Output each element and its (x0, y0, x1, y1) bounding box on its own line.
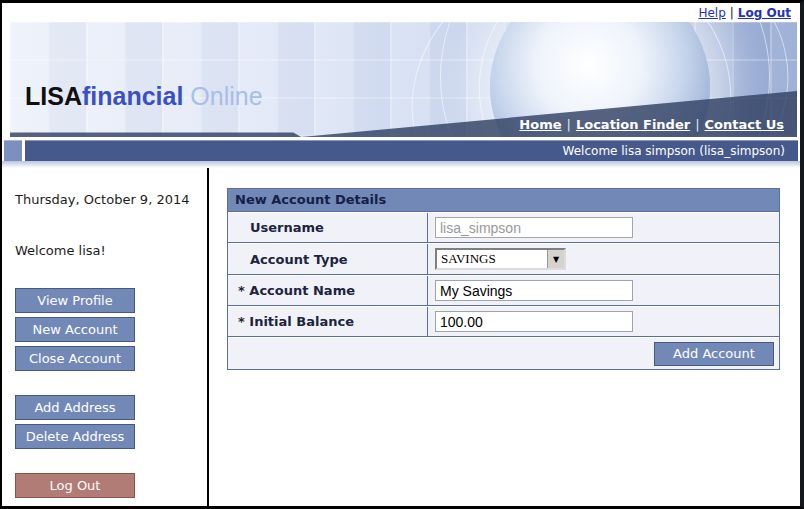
welcome-bar: Welcome lisa simpson (lisa_simpson) (2, 140, 800, 161)
top-links-separator: | (730, 6, 734, 20)
account-type-cell: SAVINGS ▼ (428, 244, 779, 274)
header-banner: LISAfinancial Online Home|Location Finde… (10, 22, 797, 137)
sidebar-date: Thursday, October 9, 2014 (15, 192, 207, 207)
welcome-bar-accent-square (4, 140, 22, 161)
nav-link-home[interactable]: Home (519, 117, 561, 132)
add-account-button[interactable]: Add Account (654, 342, 774, 366)
account-name-cell (428, 276, 779, 305)
main-nav: Home|Location Finder|Contact Us (519, 117, 784, 132)
form-title: New Account Details (228, 189, 779, 212)
new-account-button[interactable]: New Account (15, 317, 135, 342)
username-cell (428, 213, 779, 242)
account-name-label: * Account Name (228, 276, 428, 305)
username-label: Username (228, 213, 428, 242)
sidebar-button-group-accounts: View Profile New Account Close Account A… (15, 288, 207, 498)
initial-balance-label: * Initial Balance (228, 307, 428, 336)
logo-part-financial: financial (82, 82, 183, 110)
account-type-selected-value: SAVINGS (437, 250, 547, 268)
nav-link-contact-us[interactable]: Contact Us (705, 117, 784, 132)
account-type-label: Account Type (228, 244, 428, 274)
initial-balance-row: * Initial Balance (228, 306, 779, 337)
sidebar-greeting: Welcome lisa! (15, 243, 207, 258)
content-top-fade (2, 161, 800, 168)
chevron-down-icon[interactable]: ▼ (547, 250, 564, 268)
username-field[interactable] (435, 217, 633, 238)
logout-link[interactable]: Log Out (738, 6, 791, 20)
initial-balance-cell (428, 307, 779, 336)
account-name-field[interactable] (435, 280, 633, 301)
new-account-form: New Account Details Username Account Typ… (227, 188, 780, 370)
nav-link-location-finder[interactable]: Location Finder (576, 117, 690, 132)
logo-part-lisa: LISA (25, 82, 82, 110)
main-content: New Account Details Username Account Typ… (209, 168, 800, 506)
nav-separator: | (567, 117, 571, 132)
sidebar: Thursday, October 9, 2014 Welcome lisa! … (2, 168, 207, 506)
add-address-button[interactable]: Add Address (15, 395, 135, 420)
content-area: Thursday, October 9, 2014 Welcome lisa! … (2, 168, 800, 506)
nav-separator: | (695, 117, 699, 132)
account-name-row: * Account Name (228, 275, 779, 306)
logout-button[interactable]: Log Out (15, 473, 135, 498)
app-window: Help | Log Out LISAfinancial Online Home… (0, 0, 804, 509)
account-type-row: Account Type SAVINGS ▼ (228, 243, 779, 275)
top-links-bar: Help | Log Out (2, 3, 800, 22)
brand-logo: LISAfinancial Online (25, 82, 263, 111)
form-footer: Add Account (228, 337, 779, 369)
delete-address-button[interactable]: Delete Address (15, 424, 135, 449)
welcome-bar-strip: Welcome lisa simpson (lisa_simpson) (25, 140, 798, 161)
username-row: Username (228, 212, 779, 243)
logo-part-online: Online (183, 82, 262, 110)
help-link[interactable]: Help (698, 6, 725, 20)
close-account-button[interactable]: Close Account (15, 346, 135, 371)
account-type-select[interactable]: SAVINGS ▼ (435, 248, 566, 270)
initial-balance-field[interactable] (435, 311, 633, 332)
welcome-user-text: Welcome lisa simpson (lisa_simpson) (563, 144, 785, 158)
view-profile-button[interactable]: View Profile (15, 288, 135, 313)
